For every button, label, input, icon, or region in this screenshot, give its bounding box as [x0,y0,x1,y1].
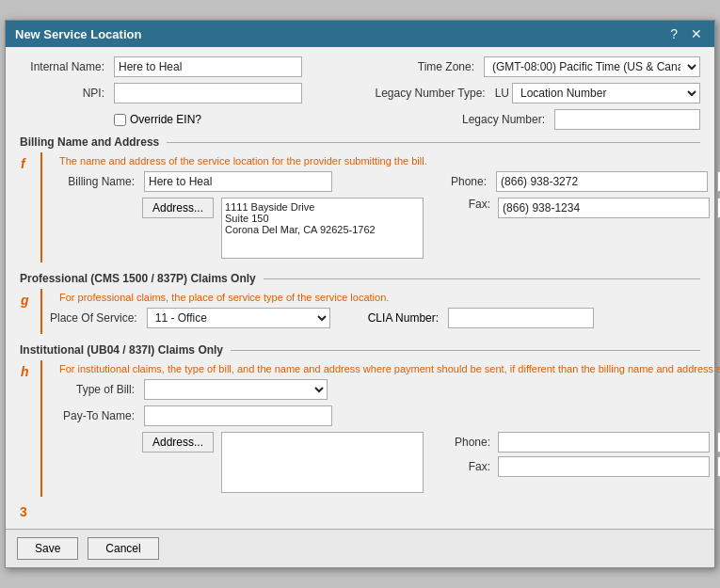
npi-row: NPI: Legacy Number Type: LU Location Num… [20,83,700,103]
institutional-bracket-label-wrap: h [20,360,40,501]
place-of-service-row: Place Of Service: 11 - Office CLIA Numbe… [50,308,700,328]
override-ein-row: Override EIN? Legacy Number: [20,109,700,130]
billing-section-line [167,142,700,143]
institutional-phone-input[interactable] [498,432,710,453]
npi-input[interactable] [114,83,302,103]
save-button[interactable]: Save [17,537,78,560]
dialog-body: Internal Name: Time Zone: (GMT-08:00) Pa… [6,47,714,529]
billing-bracket-content: The name and address of the service loca… [40,152,720,262]
billing-section-title: Billing Name and Address [20,135,159,149]
institutional-info-text: For institutional claims, the type of bi… [59,363,720,374]
institutional-phone-label: Phone: [439,436,490,449]
override-ein-label: Override EIN? [130,113,201,126]
legacy-type-label: Legacy Number Type: [375,87,485,100]
legacy-number-label: Legacy Number: [460,113,545,126]
phone-label-billing: Phone: [435,175,487,188]
institutional-bracket-label: h [21,360,40,379]
institutional-fax-input[interactable] [498,456,710,477]
institutional-bracket-section: h For institutional claims, the type of … [20,360,700,501]
clia-label: CLIA Number: [368,311,439,325]
fax-input-billing[interactable] [498,198,710,218]
institutional-fax-row: Fax: [439,456,720,477]
phone-input-billing[interactable] [496,171,708,192]
institutional-section-header: Institutional (UB04 / 837I) Claims Only [20,343,700,357]
type-of-bill-row: Type of Bill: [50,379,720,400]
billing-name-row: Billing Name: Phone: [50,171,720,192]
place-of-service-select[interactable]: 11 - Office [147,308,330,328]
place-of-service-label: Place Of Service: [50,311,137,325]
number-badge: 3 [20,504,27,519]
institutional-address-row: Address... Phone: Fax: [50,432,720,493]
override-ein-check-wrap: Override EIN? [114,113,201,126]
new-service-location-dialog: New Service Location ? ✕ Internal Name: … [5,20,715,568]
timezone-label: Time Zone: [390,60,474,73]
legacy-type-wrap: LU Location Number [495,83,700,103]
institutional-phone-row: Phone: [439,432,720,453]
billing-info-text: The name and address of the service loca… [59,155,720,167]
internal-name-row: Internal Name: Time Zone: (GMT-08:00) Pa… [20,56,700,77]
legacy-lu-prefix: LU [495,87,509,100]
help-button[interactable]: ? [667,26,680,41]
billing-bracket-label-wrap: f [20,152,40,266]
legacy-type-select[interactable]: Location Number [512,83,700,103]
close-button[interactable]: ✕ [688,26,705,41]
dialog-title: New Service Location [15,27,141,41]
institutional-bracket-content: For institutional claims, the type of bi… [40,360,720,497]
cancel-button[interactable]: Cancel [88,537,158,560]
title-bar-controls: ? ✕ [667,26,705,41]
internal-name-label: Internal Name: [20,60,104,73]
professional-section-header: Professional (CMS 1500 / 837P) Claims On… [20,272,700,285]
payto-name-input[interactable] [144,405,332,426]
number-badge-row: 3 [20,504,700,519]
professional-bracket-label-wrap: g [20,289,40,338]
professional-bracket-label: g [21,289,40,308]
billing-bracket-section: f The name and address of the service lo… [20,152,700,266]
legacy-number-input[interactable] [554,109,700,130]
billing-name-input[interactable] [144,171,332,192]
payto-name-label: Pay-To Name: [50,409,135,422]
billing-address-textarea[interactable]: (billing address text) [221,198,424,259]
institutional-address-button[interactable]: Address... [142,432,214,453]
institutional-address-textarea[interactable] [221,432,424,493]
type-of-bill-label: Type of Bill: [50,383,135,396]
institutional-phone-fax: Phone: Fax: [439,432,720,477]
professional-bracket-content: For professional claims, the place of se… [40,289,700,334]
title-bar: New Service Location ? ✕ [6,21,714,47]
institutional-fax-label: Fax: [439,460,490,473]
timezone-select[interactable]: (GMT-08:00) Pacific Time (US & Canada) [484,56,700,77]
institutional-section-title: Institutional (UB04 / 837I) Claims Only [20,343,223,357]
billing-section-header: Billing Name and Address [20,135,700,149]
internal-name-input[interactable] [114,56,302,77]
professional-bracket-section: g For professional claims, the place of … [20,289,700,338]
professional-info-text: For professional claims, the place of se… [59,292,700,303]
professional-section-title: Professional (CMS 1500 / 837P) Claims On… [20,272,256,285]
fax-label-billing: Fax: [439,198,490,211]
payto-name-row: Pay-To Name: [50,405,720,426]
billing-address-button[interactable]: Address... [142,198,214,218]
billing-name-label: Billing Name: [50,175,135,188]
billing-bracket-label: f [21,152,40,171]
override-ein-checkbox[interactable] [114,114,126,126]
professional-section-line [264,278,700,279]
clia-input[interactable] [448,308,594,328]
bottom-bar: Save Cancel [6,529,714,567]
type-of-bill-select[interactable] [144,379,328,400]
npi-label: NPI: [20,87,104,100]
billing-address-row: Address... (billing address text) Fax: [50,198,720,259]
institutional-section-line [231,350,700,351]
